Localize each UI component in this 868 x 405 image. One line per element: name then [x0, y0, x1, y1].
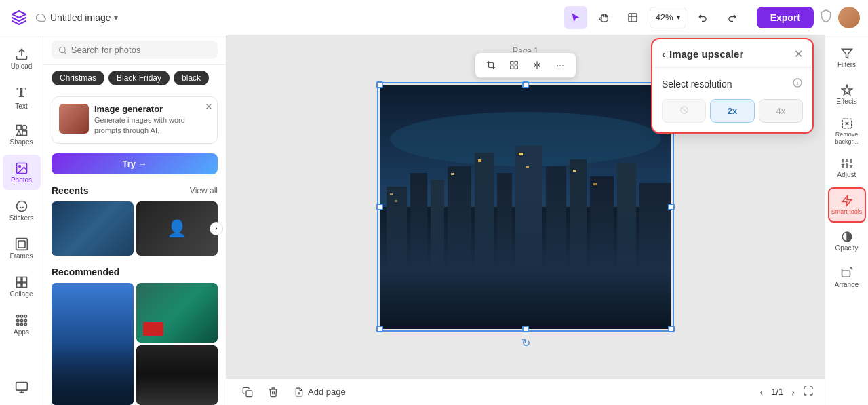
duplicate-button[interactable] — [237, 383, 258, 402]
undo-button[interactable] — [692, 6, 715, 29]
resolution-option-4x[interactable]: 4x — [759, 99, 803, 123]
fit-button[interactable] — [803, 385, 814, 399]
redo-icon — [726, 12, 737, 23]
export-button[interactable]: Export — [757, 7, 814, 28]
sidebar-item-apps[interactable]: Apps — [3, 307, 41, 342]
redo-button[interactable] — [720, 6, 743, 29]
prev-page-button[interactable]: ‹ — [757, 384, 766, 400]
handle-middle-right[interactable] — [668, 204, 675, 210]
topbar-left: Untitled image ▾ — [35, 12, 118, 24]
right-sidebar: Filters Effects Remove backgr... Adjust — [825, 35, 868, 405]
filters-icon — [841, 47, 853, 60]
recommended-grid — [52, 283, 218, 405]
frame-tool-button[interactable] — [621, 6, 644, 29]
tag-black[interactable]: black — [174, 71, 209, 85]
recommended-image-2[interactable] — [136, 283, 218, 343]
recommended-image-3[interactable] — [136, 345, 218, 405]
document-name[interactable]: Untitled image — [50, 12, 111, 23]
sidebar-item-text[interactable]: T Text — [3, 79, 41, 114]
sidebar-item-upload[interactable]: Upload — [3, 41, 41, 76]
view-all-link[interactable]: View all — [190, 186, 218, 195]
sidebar-label-shapes: Shapes — [10, 138, 33, 146]
sidebar-item-stickers[interactable]: Stickers — [3, 193, 41, 228]
search-input[interactable] — [71, 45, 211, 55]
tag-blackfriday[interactable]: Black Friday — [108, 71, 170, 85]
upscaler-close-button[interactable]: ✕ — [794, 47, 803, 60]
handle-bottom-left[interactable] — [376, 326, 383, 332]
logo-icon — [8, 7, 30, 28]
svg-rect-38 — [546, 166, 566, 329]
flip-button[interactable] — [527, 56, 547, 75]
recents-grid: 👤 › — [52, 201, 218, 256]
svg-point-19 — [16, 323, 18, 325]
left-sidebar: Upload T Text Shapes Photos — [0, 35, 43, 405]
info-icon[interactable] — [792, 77, 803, 91]
handle-bottom-center[interactable] — [522, 326, 529, 332]
add-page-button[interactable]: Add page — [289, 384, 351, 400]
svg-rect-22 — [16, 383, 27, 391]
hand-tool-button[interactable] — [593, 6, 616, 29]
upscaler-title: Image upscaler — [669, 48, 743, 60]
resolution-option-2x[interactable]: 2x — [710, 99, 754, 123]
sidebar-item-frames[interactable]: Frames — [3, 231, 41, 266]
svg-rect-43 — [390, 193, 393, 195]
sidebar-item-more[interactable] — [3, 370, 41, 405]
canvas-image-container[interactable]: ··· — [380, 85, 671, 329]
recents-title: Recents — [52, 185, 88, 196]
right-item-remove-bg[interactable]: Remove backgr... — [828, 114, 866, 149]
svg-rect-0 — [629, 14, 637, 22]
svg-rect-12 — [22, 282, 26, 287]
sidebar-item-collage[interactable]: Collage — [3, 269, 41, 304]
svg-rect-47 — [519, 153, 523, 155]
right-item-opacity[interactable]: Opacity — [828, 224, 866, 259]
grid-button[interactable] — [504, 56, 524, 75]
rotate-handle[interactable]: ↻ — [521, 336, 530, 349]
document-info[interactable]: Untitled image ▾ — [35, 12, 118, 24]
sidebar-label-collage: Collage — [10, 290, 33, 298]
right-item-adjust[interactable]: Adjust — [828, 151, 866, 186]
tag-row: Christmas Black Friday black — [43, 65, 226, 91]
upscaler-back-button[interactable]: ‹ Image upscaler — [662, 48, 743, 60]
undo-icon — [698, 12, 709, 23]
resolution-option-none[interactable] — [662, 99, 706, 123]
sidebar-label-apps: Apps — [14, 328, 29, 336]
right-item-filters[interactable]: Filters — [828, 41, 866, 76]
right-item-effects[interactable]: Effects — [828, 77, 866, 113]
zoom-control[interactable]: 42% ▾ — [650, 7, 686, 28]
select-tool-button[interactable] — [564, 6, 587, 29]
resolution-4x-label: 4x — [776, 106, 785, 116]
svg-rect-10 — [22, 277, 26, 282]
handle-bottom-right[interactable] — [668, 326, 675, 332]
back-arrow-icon: ‹ — [662, 48, 665, 60]
next-page-button[interactable]: › — [789, 384, 797, 400]
avatar[interactable] — [838, 7, 860, 28]
svg-rect-33 — [431, 180, 444, 329]
svg-rect-8 — [18, 241, 25, 248]
select-icon — [570, 12, 581, 23]
upscaler-subtitle: Select resolution — [662, 77, 803, 91]
handle-top-center[interactable] — [522, 81, 529, 88]
crop-button[interactable] — [481, 56, 501, 75]
sidebar-item-shapes[interactable]: Shapes — [3, 117, 41, 152]
recommended-image-1[interactable] — [52, 283, 134, 405]
image-generator-close-button[interactable]: ✕ — [205, 101, 213, 112]
more-options-button[interactable]: ··· — [550, 56, 570, 75]
svg-point-17 — [20, 319, 22, 321]
image-generator-try-button[interactable]: Try → — [52, 153, 218, 174]
panel-content: Recents View all 👤 › Recommended — [43, 180, 226, 405]
recents-next-arrow[interactable]: › — [210, 222, 223, 235]
add-page-label: Add page — [308, 387, 346, 397]
right-item-arrange[interactable]: Arrange — [828, 261, 866, 296]
tag-christmas[interactable]: Christmas — [52, 71, 104, 85]
sidebar-item-photos[interactable]: Photos — [3, 155, 41, 190]
right-item-smart-tools[interactable]: Smart tools — [828, 187, 866, 223]
recent-image-1[interactable] — [52, 201, 134, 256]
recent-image-2[interactable]: 👤 — [136, 201, 218, 256]
sidebar-label-stickers: Stickers — [9, 214, 34, 222]
search-box[interactable] — [52, 41, 218, 59]
handle-top-left[interactable] — [376, 81, 383, 88]
smart-tools-icon — [841, 195, 853, 207]
handle-middle-left[interactable] — [376, 204, 383, 210]
shapes-icon — [15, 123, 28, 137]
delete-button[interactable] — [263, 383, 283, 402]
